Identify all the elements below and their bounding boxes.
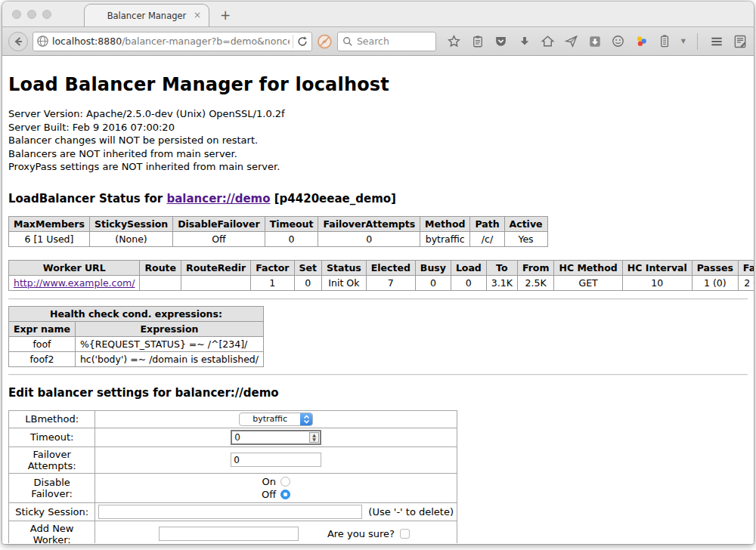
failover-attempts-input[interactable] xyxy=(231,453,321,467)
search-placeholder: Search xyxy=(357,36,389,47)
pocket-icon[interactable] xyxy=(494,34,509,49)
col-load: Load xyxy=(451,260,486,275)
col-elected: Elected xyxy=(366,260,415,275)
notes-icon[interactable] xyxy=(733,34,748,49)
downloads-icon[interactable] xyxy=(517,34,532,49)
table-row: foof2 hc('body') =~ /domain is establish… xyxy=(9,351,264,366)
balancer-demo-link[interactable]: balancer://demo xyxy=(166,192,270,205)
send-tab-icon[interactable] xyxy=(564,34,579,49)
search-icon xyxy=(342,36,353,47)
tab-balancer-manager[interactable]: Balancer Manager × xyxy=(84,4,209,27)
sticky-session-input[interactable] xyxy=(98,505,362,519)
divider xyxy=(8,374,748,375)
colored-dots-icon[interactable] xyxy=(634,34,649,49)
back-button[interactable] xyxy=(8,32,28,51)
col-maxmembers: MaxMembers xyxy=(9,216,90,231)
persist-note: Balancer changes will NOT be persisted o… xyxy=(8,134,748,147)
close-window-button[interactable] xyxy=(12,10,21,19)
col-expr-name: Expr name xyxy=(9,321,76,336)
col-busy: Busy xyxy=(415,260,451,275)
health-table-title: Health check cond. expressions: xyxy=(9,306,264,321)
col-passes: Passes xyxy=(692,260,738,275)
col-status: Status xyxy=(322,260,367,275)
col-disablefailover: DisableFailover xyxy=(173,216,265,231)
toolbar-icons: ▼ xyxy=(447,33,748,50)
col-fails: Fails xyxy=(738,260,754,275)
add-new-worker-label: Add New Worker: xyxy=(9,521,95,543)
timeout-input[interactable]: 0 ▲▼ xyxy=(231,430,321,445)
col-failoverattempts: FailoverAttempts xyxy=(318,216,420,231)
select-arrows-icon xyxy=(300,412,312,426)
col-expression: Expression xyxy=(75,321,263,336)
lbmethod-select[interactable]: bytraffic xyxy=(239,412,313,426)
bookmark-star-icon[interactable] xyxy=(447,34,462,49)
col-timeout: Timeout xyxy=(265,216,318,231)
worker-url-link[interactable]: http://www.example.com/ xyxy=(14,277,135,289)
sticky-session-label: Sticky Session: xyxy=(9,502,95,521)
table-row: foof %{REQUEST_STATUS} =~ /^[234]/ xyxy=(9,336,264,351)
proxypass-note: ProxyPass settings are NOT inherited fro… xyxy=(8,160,748,174)
disable-failover-on-radio[interactable] xyxy=(280,477,290,487)
chat-smiley-icon[interactable] xyxy=(611,34,626,49)
number-stepper-icon[interactable]: ▲▼ xyxy=(309,432,319,443)
col-hc-method: HC Method xyxy=(554,260,622,275)
home-icon[interactable] xyxy=(541,34,556,49)
search-bar[interactable]: Search xyxy=(337,32,436,51)
disable-failover-label: Disable Failover: xyxy=(9,473,95,502)
are-you-sure-label: Are you sure? xyxy=(327,528,395,539)
col-from: From xyxy=(517,260,554,275)
col-active: Active xyxy=(504,216,547,231)
globe-icon[interactable] xyxy=(36,35,49,48)
navigation-toolbar: localhost:8880/balancer-manager?b=demo&n… xyxy=(2,26,754,56)
page-title: Load Balancer Manager for localhost xyxy=(8,74,748,95)
tab-close-icon[interactable]: × xyxy=(194,11,201,20)
failover-attempts-label: Failover Attempts: xyxy=(9,446,95,473)
col-routeredir: RouteRedir xyxy=(181,260,251,275)
url-bar[interactable]: localhost:8880/balancer-manager?b=demo&n… xyxy=(33,32,312,51)
col-hc-interval: HC Interval xyxy=(622,260,692,275)
col-stickysession: StickySession xyxy=(89,216,172,231)
status-heading: LoadBalancer Status for balancer://demo … xyxy=(8,192,748,205)
divider xyxy=(8,298,748,300)
edit-settings-heading: Edit balancer settings for balancer://de… xyxy=(8,386,748,400)
are-you-sure-checkbox[interactable] xyxy=(400,529,410,539)
balancer-settings-form: LBmethod: bytraffic Timeout: 0 ▲▼ xyxy=(8,410,457,544)
table-row: 6 [1 Used] (None) Off 0 0 bytraffic /c/ … xyxy=(9,231,548,246)
col-to: To xyxy=(486,260,517,275)
browser-window: Balancer Manager × + localhost:8880/bala… xyxy=(2,2,754,544)
server-version: Server Version: Apache/2.5.0-dev (Unix) … xyxy=(8,107,748,121)
col-route: Route xyxy=(140,260,181,275)
url-text[interactable]: localhost:8880/balancer-manager?b=demo&n… xyxy=(52,36,290,47)
battery-dropdown-caret-icon[interactable]: ▼ xyxy=(681,38,686,45)
menu-hamburger-icon[interactable] xyxy=(709,34,724,49)
window-controls[interactable] xyxy=(12,10,51,19)
zoom-window-button[interactable] xyxy=(42,10,51,19)
reload-icon[interactable] xyxy=(296,36,308,48)
new-tab-button[interactable]: + xyxy=(220,8,231,23)
inherit-note: Balancers are NOT inherited from main se… xyxy=(8,147,748,161)
battery-icon[interactable] xyxy=(658,34,673,49)
minimize-window-button[interactable] xyxy=(27,10,36,19)
col-set: Set xyxy=(294,260,321,275)
balancer-status-table: MaxMembers StickySession DisableFailover… xyxy=(8,216,548,247)
table-row: http://www.example.com/ 1 0 Init Ok 7 0 … xyxy=(9,275,754,290)
worker-table: Worker URL Route RouteRedir Factor Set S… xyxy=(8,260,754,291)
tab-bar: Balancer Manager × + xyxy=(2,2,754,26)
server-info: Server Version: Apache/2.5.0-dev (Unix) … xyxy=(8,107,748,174)
add-new-worker-input[interactable] xyxy=(159,527,299,541)
disable-failover-off-radio[interactable] xyxy=(280,490,290,499)
lbmethod-label: LBmethod: xyxy=(9,410,95,428)
col-factor: Factor xyxy=(251,260,294,275)
addon-download-icon[interactable] xyxy=(587,34,603,49)
sticky-session-hint: (Use '-' to delete) xyxy=(368,506,454,518)
health-check-table: Health check cond. expressions: Expr nam… xyxy=(8,306,264,367)
radio-on-label: On xyxy=(262,475,275,488)
radio-off-label: Off xyxy=(262,488,276,501)
timeout-label: Timeout: xyxy=(9,428,95,446)
col-path: Path xyxy=(470,216,504,231)
col-method: Method xyxy=(420,216,470,231)
reading-list-icon[interactable] xyxy=(470,34,485,49)
page-content: Load Balancer Manager for localhost Serv… xyxy=(2,56,754,543)
back-arrow-icon xyxy=(13,36,23,47)
block-images-icon[interactable] xyxy=(317,33,333,50)
